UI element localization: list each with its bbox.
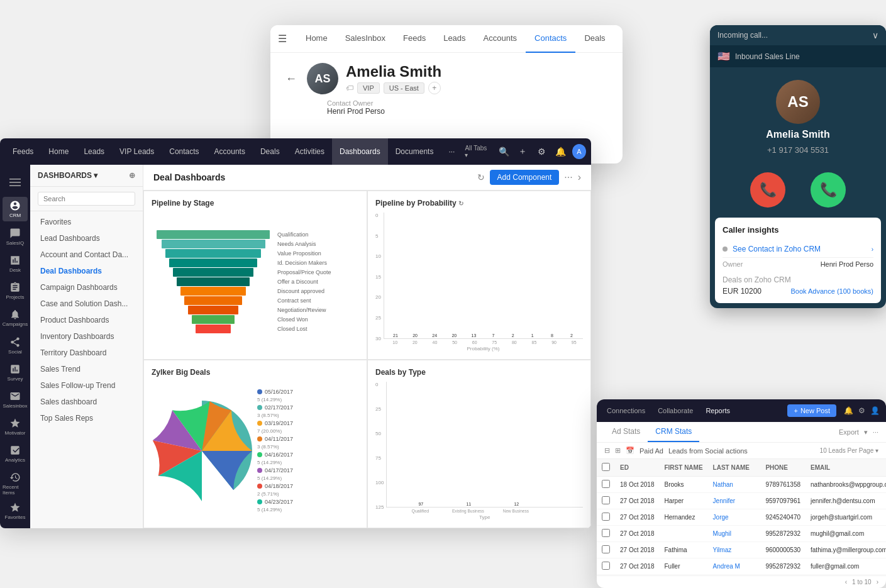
tab-crm-stats[interactable]: CRM Stats xyxy=(648,422,699,442)
sidebar-icon-salesinbox[interactable]: Salesinbox xyxy=(3,387,28,412)
settings-icon[interactable]: ⚙ xyxy=(534,144,548,159)
columns-icon[interactable]: ⊞ xyxy=(615,447,621,455)
dash-item-top-reps[interactable]: Top Sales Reps xyxy=(33,410,140,426)
add-icon[interactable]: ＋ xyxy=(516,144,529,159)
social-settings-icon[interactable]: ⚙ xyxy=(858,406,865,415)
refresh-icon[interactable]: ↻ xyxy=(477,172,485,182)
add-component-button[interactable]: Add Component xyxy=(490,170,560,185)
call-widget-chevron-icon[interactable]: ∨ xyxy=(872,30,878,40)
nav-deals[interactable]: Deals xyxy=(575,25,614,53)
search-icon[interactable]: 🔍 xyxy=(497,144,511,159)
deals-link[interactable]: Book Advance (100 books) xyxy=(791,287,873,295)
nav-contacts[interactable]: Contacts xyxy=(526,25,575,53)
row-select-1[interactable] xyxy=(602,480,610,488)
dash-item-deal[interactable]: Deal Dashboards xyxy=(33,263,140,279)
back-arrow-icon[interactable]: ← xyxy=(285,72,297,86)
nav-leads[interactable]: Leads xyxy=(76,138,112,165)
dashboard-search-input[interactable] xyxy=(38,192,135,206)
notification-icon[interactable]: 🔔 xyxy=(553,144,567,159)
social-notification-icon[interactable]: 🔔 xyxy=(844,406,853,415)
more-options-icon[interactable]: ··· xyxy=(564,172,572,183)
see-contact-link[interactable]: See Contact in Zoho CRM xyxy=(733,245,867,253)
nav-feeds[interactable]: Feeds xyxy=(5,138,41,165)
nav-home[interactable]: Home xyxy=(41,138,76,165)
filter-icon[interactable]: ⊟ xyxy=(604,447,610,455)
tab-ad-stats[interactable]: Ad Stats xyxy=(604,422,648,442)
sidebar-icon-projects[interactable]: Projects xyxy=(3,279,28,303)
nav-accounts[interactable]: Accounts xyxy=(207,138,253,165)
user-avatar-icon[interactable]: A xyxy=(572,144,586,159)
dash-item-case[interactable]: Case and Solution Dash... xyxy=(33,296,140,312)
new-post-button[interactable]: + New Post xyxy=(787,404,836,417)
row-lastname-link-6[interactable]: Andrea M xyxy=(713,563,740,570)
sidebar-icon-crm[interactable]: CRM xyxy=(3,197,28,221)
calendar-icon[interactable]: 📅 xyxy=(626,447,634,455)
paid-ad-label[interactable]: Paid Ad xyxy=(640,447,663,455)
sidebar-icon-menu[interactable] xyxy=(3,170,28,194)
nav-salesinbox[interactable]: SalesInbox xyxy=(336,25,394,53)
decline-call-button[interactable]: 📞 xyxy=(750,172,785,208)
row-lastname-link-1[interactable]: Nathan xyxy=(713,481,733,488)
prob-refresh-icon[interactable]: ↻ xyxy=(458,200,463,207)
region-tag[interactable]: US - East xyxy=(384,82,424,94)
nav-home[interactable]: Home xyxy=(297,25,336,53)
dash-item-campaign[interactable]: Campaign Dashboards xyxy=(33,279,140,296)
dash-item-sales-trend[interactable]: Sales Trend xyxy=(33,361,140,377)
nav-deals[interactable]: Deals xyxy=(253,138,287,165)
topbar-collaborate[interactable]: Collaborate xyxy=(654,407,697,414)
all-tabs-button[interactable]: All Tabs ▾ xyxy=(462,144,492,159)
collapse-icon[interactable]: › xyxy=(578,172,581,183)
social-user-icon[interactable]: 👤 xyxy=(870,406,880,415)
add-dashboard-icon[interactable]: ⊕ xyxy=(129,171,135,180)
row-lastname-link-4[interactable]: Mughil xyxy=(713,530,731,537)
social-export-button[interactable]: Export ▾ ··· xyxy=(839,422,878,442)
dash-item-lead[interactable]: Lead Dashboards xyxy=(33,230,140,247)
sidebar-icon-survey[interactable]: Survey xyxy=(3,360,28,385)
row-select-5[interactable] xyxy=(602,545,610,553)
hamburger-icon[interactable]: ☰ xyxy=(278,33,287,45)
dash-item-territory[interactable]: Territory Dashboard xyxy=(33,345,140,361)
sidebar-icon-analytics[interactable]: Analytics xyxy=(3,441,28,466)
per-page-selector[interactable]: 10 Leads Per Page ▾ xyxy=(820,447,878,454)
social-more-icon[interactable]: ··· xyxy=(873,428,878,436)
dash-item-favorites[interactable]: Favorites xyxy=(33,214,140,230)
topbar-reports[interactable]: Reports xyxy=(702,407,734,414)
accept-call-button[interactable]: 📞 xyxy=(811,172,846,208)
sidebar-icon-desk[interactable]: Desk xyxy=(3,252,28,276)
row-lastname-link-3[interactable]: Jorge xyxy=(713,514,729,521)
add-tag-button[interactable]: + xyxy=(428,82,441,94)
row-select-3[interactable] xyxy=(602,513,610,521)
nav-contacts[interactable]: Contacts xyxy=(162,138,206,165)
row-lastname-link-5[interactable]: Yilmaz xyxy=(713,546,732,553)
nav-more[interactable]: ··· xyxy=(441,138,462,165)
select-all-checkbox[interactable] xyxy=(602,463,610,471)
topbar-connections[interactable]: Connections xyxy=(603,407,649,414)
dash-item-sales-dash[interactable]: Sales dashboard xyxy=(33,394,140,410)
nav-dashboards[interactable]: Dashboards xyxy=(332,138,388,165)
nav-feeds[interactable]: Feeds xyxy=(394,25,435,53)
leads-social-label[interactable]: Leads from Social actions xyxy=(668,447,748,455)
dash-item-inventory[interactable]: Inventory Dashboards xyxy=(33,328,140,345)
row-select-2[interactable] xyxy=(602,496,610,504)
nav-leads[interactable]: Leads xyxy=(435,25,474,53)
row-select-6[interactable] xyxy=(602,562,610,570)
vip-tag[interactable]: VIP xyxy=(357,82,380,94)
nav-documents[interactable]: Documents xyxy=(388,138,441,165)
nav-activities[interactable]: Activities xyxy=(287,138,332,165)
dash-item-account[interactable]: Account and Contact Da... xyxy=(33,247,140,263)
dash-item-followup[interactable]: Sales Follow-up Trend xyxy=(33,377,140,394)
sidebar-icon-salesiq[interactable]: SalesIQ xyxy=(3,224,28,248)
sidebar-icon-campaigns[interactable]: Campaigns xyxy=(3,306,28,330)
dash-item-product[interactable]: Product Dashboards xyxy=(33,312,140,328)
pagination-prev-icon[interactable]: ‹ xyxy=(845,579,847,585)
row-lastname-link-2[interactable]: Jennifer xyxy=(713,497,736,504)
sidebar-icon-social[interactable]: Social xyxy=(3,333,28,357)
pagination-next-icon[interactable]: › xyxy=(877,579,878,585)
sidebar-icon-recent[interactable]: Recent Items xyxy=(3,472,28,496)
see-contact-row[interactable]: See Contact in Zoho CRM › xyxy=(723,241,873,258)
nav-accounts[interactable]: Accounts xyxy=(475,25,526,53)
sidebar-icon-favorites[interactable]: Favorites xyxy=(3,499,28,523)
nav-vip-leads[interactable]: VIP Leads xyxy=(112,138,162,165)
sidebar-icon-motivator[interactable]: Motivator xyxy=(3,414,28,439)
row-select-4[interactable] xyxy=(602,529,610,537)
